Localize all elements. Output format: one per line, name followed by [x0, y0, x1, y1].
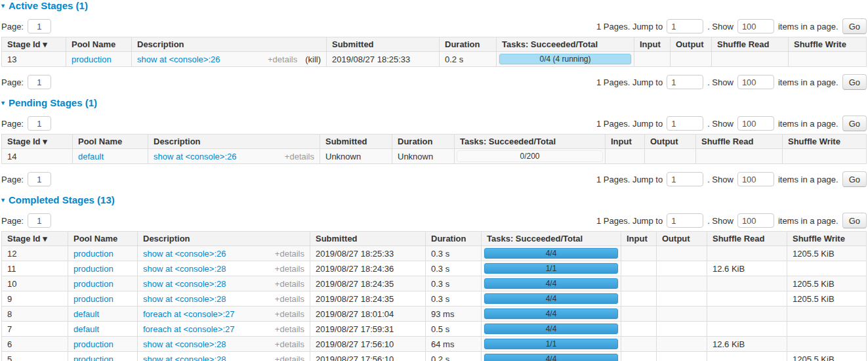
column-header-duration[interactable]: Duration [426, 232, 482, 246]
pool-name-link[interactable]: production [73, 249, 114, 259]
details-toggle[interactable]: +details [285, 152, 314, 161]
description-link[interactable]: show at <console>:28 [143, 354, 226, 361]
jump-to-page-input[interactable] [667, 172, 703, 186]
details-toggle[interactable]: +details [275, 279, 304, 289]
page-size-input[interactable] [737, 116, 774, 131]
page-number-input[interactable] [28, 116, 51, 131]
column-header-pool-name[interactable]: Pool Name [66, 37, 132, 52]
column-header-submitted[interactable]: Submitted [327, 37, 440, 52]
section-heading[interactable]: ▾ Pending Stages (1) [1, 98, 867, 108]
column-header-shuffle-read[interactable]: Shuffle Read [696, 135, 783, 149]
column-header-duration[interactable]: Duration [392, 135, 455, 149]
page-size-input[interactable] [737, 19, 774, 33]
page-number-input[interactable] [28, 172, 51, 186]
pool-name-link[interactable]: production [73, 339, 114, 349]
go-button[interactable]: Go [842, 74, 867, 90]
stage-id-cell: 9 [2, 291, 68, 307]
page-size-input[interactable] [737, 213, 774, 228]
details-toggle[interactable]: +details [275, 264, 304, 274]
description-link[interactable]: show at <console>:28 [143, 339, 226, 349]
column-header-input[interactable]: Input [634, 37, 671, 52]
pool-name-link[interactable]: default [73, 324, 99, 334]
column-header-description[interactable]: Description [138, 232, 310, 246]
go-button[interactable]: Go [842, 171, 867, 187]
details-toggle[interactable]: +details [275, 294, 304, 304]
details-toggle[interactable]: +details [275, 354, 304, 361]
description-link[interactable]: show at <console>:28 [143, 279, 226, 289]
pool-name-link[interactable]: production [73, 279, 114, 289]
column-header-shuffle-write[interactable]: Shuffle Write [787, 232, 867, 246]
description-link[interactable]: show at <console>:26 [137, 54, 220, 64]
description-link[interactable]: show at <console>:26 [143, 249, 226, 259]
column-header-stage-id[interactable]: Stage Id ▾ [2, 135, 73, 149]
description-actions: +details [275, 249, 304, 259]
section-title: Active Stages (1) [9, 1, 88, 11]
description-cell: show at <console>:28 +details [138, 337, 310, 352]
jump-to-page-input[interactable] [667, 19, 703, 33]
pool-name-link[interactable]: default [73, 309, 99, 319]
column-header-stage-id[interactable]: Stage Id ▾ [2, 232, 68, 246]
page-indicator: Page: [1, 75, 51, 89]
jump-to-page-input[interactable] [667, 213, 703, 228]
shuffle-read-cell: 12.6 KiB [707, 337, 787, 352]
column-header-tasks[interactable]: Tasks: Succeeded/Total [482, 232, 621, 246]
column-header-shuffle-write[interactable]: Shuffle Write [789, 37, 867, 52]
column-header-shuffle-read[interactable]: Shuffle Read [712, 37, 789, 52]
description-link[interactable]: foreach at <console>:27 [143, 309, 235, 319]
column-header-stage-id[interactable]: Stage Id ▾ [2, 37, 66, 52]
jump-to-page-input[interactable] [667, 75, 703, 89]
kill-link[interactable]: (kill) [305, 54, 321, 64]
pool-name-link[interactable]: production [73, 354, 114, 361]
details-toggle[interactable]: +details [268, 54, 297, 64]
column-header-description[interactable]: Description [148, 135, 320, 149]
column-header-pool-name[interactable]: Pool Name [68, 232, 138, 246]
column-header-shuffle-write[interactable]: Shuffle Write [783, 135, 867, 149]
column-header-tasks[interactable]: Tasks: Succeeded/Total [497, 37, 634, 52]
go-button[interactable]: Go [842, 116, 867, 131]
page-size-input[interactable] [737, 172, 774, 186]
section-heading[interactable]: ▾ Completed Stages (13) [1, 195, 867, 205]
go-button[interactable]: Go [842, 18, 867, 34]
column-header-submitted[interactable]: Submitted [320, 135, 392, 149]
details-toggle[interactable]: +details [275, 339, 304, 349]
input-cell [621, 337, 657, 352]
column-header-output[interactable]: Output [645, 135, 696, 149]
page-number-input[interactable] [28, 19, 51, 33]
pool-name-link[interactable]: production [72, 54, 112, 64]
description-link[interactable]: show at <console>:28 [143, 264, 226, 274]
column-header-submitted[interactable]: Submitted [310, 232, 426, 246]
go-button[interactable]: Go [842, 213, 867, 228]
column-header-output[interactable]: Output [657, 232, 707, 246]
column-header-tasks[interactable]: Tasks: Succeeded/Total [455, 135, 606, 149]
details-toggle[interactable]: +details [275, 249, 304, 259]
tasks-progress-label: 0/200 [457, 151, 602, 162]
page-number-input[interactable] [28, 75, 51, 89]
column-header-input[interactable]: Input [606, 135, 645, 149]
column-header-input[interactable]: Input [621, 232, 657, 246]
page-number-input[interactable] [28, 213, 51, 228]
tasks-progress-label: 4/4 [484, 308, 618, 320]
details-toggle[interactable]: +details [275, 324, 304, 334]
section-heading[interactable]: ▾ Active Stages (1) [1, 1, 867, 11]
column-header-pool-name[interactable]: Pool Name [73, 135, 148, 149]
items-per-page-label: items in a page. [778, 77, 838, 87]
description-link[interactable]: foreach at <console>:27 [143, 324, 235, 334]
page-size-input[interactable] [737, 75, 774, 89]
column-header-shuffle-read[interactable]: Shuffle Read [707, 232, 787, 246]
column-header-duration[interactable]: Duration [440, 37, 497, 52]
jump-to-page-input[interactable] [667, 116, 703, 131]
pagination-controls: 1 Pages. Jump to . Show items in a page.… [596, 74, 867, 90]
description-link[interactable]: show at <console>:26 [154, 152, 236, 161]
input-cell [621, 352, 657, 361]
tasks-progress-label: 1/1 [484, 339, 618, 350]
column-header-output[interactable]: Output [671, 37, 712, 52]
description-cell: show at <console>:28 +details [138, 291, 310, 307]
page-label: Page: [1, 175, 24, 184]
details-toggle[interactable]: +details [275, 309, 304, 319]
pool-name-link[interactable]: production [73, 294, 114, 304]
pool-name-link[interactable]: default [78, 152, 104, 161]
column-header-description[interactable]: Description [132, 37, 327, 52]
pool-name-link[interactable]: production [73, 264, 114, 274]
description-link[interactable]: show at <console>:28 [143, 294, 226, 304]
pool-name-cell: production [68, 246, 138, 261]
